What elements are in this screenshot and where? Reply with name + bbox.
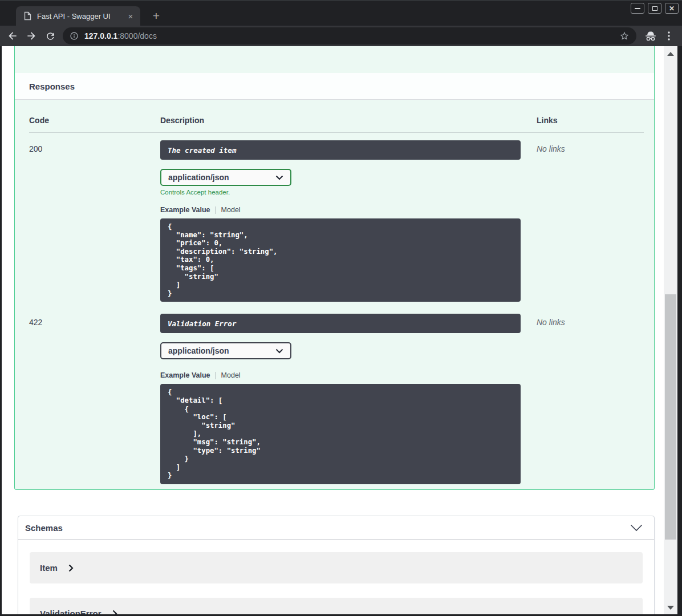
browser-menu-icon[interactable]: [664, 30, 674, 42]
tab-example-value[interactable]: Example Value: [160, 206, 210, 214]
chevron-right-icon: [68, 564, 74, 572]
col-header-links: Links: [537, 116, 644, 125]
response-description-text: The created item: [168, 146, 236, 155]
url-bar[interactable]: 127.0.0.1:8000/docs: [63, 27, 636, 44]
response-description-cell: Validation Error application/json Exampl…: [160, 314, 537, 484]
tab-close-icon[interactable]: ×: [125, 11, 136, 21]
response-code: 422: [29, 314, 160, 484]
scrollbar-thumb[interactable]: [665, 294, 676, 540]
media-type-select[interactable]: application/json: [160, 342, 291, 359]
media-type-value: application/json: [168, 173, 229, 182]
tab-model[interactable]: Model: [221, 206, 241, 214]
tab-example-value[interactable]: Example Value: [160, 371, 210, 379]
page-scrollbar[interactable]: [664, 46, 677, 614]
url-path: :8000/docs: [117, 31, 157, 40]
tab-title: Fast API - Swagger UI: [37, 12, 125, 21]
schema-name: Item: [40, 563, 58, 573]
responses-table: Code Description Links 200 The created i…: [15, 100, 654, 484]
schema-validationerror-card[interactable]: ValidationError: [30, 598, 643, 614]
back-button[interactable]: [6, 30, 19, 42]
incognito-icon: [644, 29, 657, 43]
minimize-button[interactable]: [631, 3, 644, 14]
bookmark-star-icon[interactable]: [619, 31, 630, 41]
chevron-down-icon[interactable]: [630, 524, 643, 532]
maximize-button[interactable]: [648, 3, 661, 14]
scroll-up-arrow-icon[interactable]: [667, 52, 674, 56]
browser-titlebar: Fast API - Swagger UI × + ✕: [0, 1, 682, 26]
swagger-content: Responses Code Description Links 200 The…: [2, 46, 664, 614]
response-links: No links: [537, 140, 644, 302]
close-button[interactable]: ✕: [665, 3, 679, 14]
schema-name: ValidationError: [40, 609, 102, 614]
schema-item-card[interactable]: Item: [30, 552, 643, 583]
responses-title: Responses: [29, 82, 75, 91]
url-host: 127.0.0.1: [84, 31, 117, 40]
opblock-responses-panel: Responses Code Description Links 200 The…: [14, 46, 655, 490]
response-description-box: The created item: [160, 140, 521, 160]
response-row-200: 200 The created item application/json C: [29, 133, 644, 302]
response-row-422: 422 Validation Error application/json: [29, 306, 644, 484]
example-model-tabs: Example Value Model: [160, 371, 537, 379]
response-description-box: Validation Error: [160, 314, 521, 333]
response-code: 200: [29, 140, 160, 302]
browser-tab[interactable]: Fast API - Swagger UI ×: [16, 6, 140, 26]
minimize-icon: [635, 8, 640, 9]
responses-section-header: Responses: [15, 73, 654, 100]
maximize-icon: [652, 6, 657, 11]
response-description-text: Validation Error: [168, 319, 236, 328]
example-json-block: { "detail": [ { "loc": [ "string" ], "ms…: [160, 384, 521, 484]
page-viewport: Responses Code Description Links 200 The…: [2, 46, 677, 614]
scroll-down-arrow-icon[interactable]: [667, 606, 674, 610]
forward-button[interactable]: [25, 30, 38, 42]
reload-button[interactable]: [44, 30, 56, 42]
browser-toolbar: 127.0.0.1:8000/docs: [0, 26, 682, 46]
example-model-tabs: Example Value Model: [160, 206, 537, 214]
close-icon: ✕: [669, 5, 675, 12]
media-type-row: application/json Controls Accept header.: [160, 169, 537, 196]
response-links: No links: [537, 314, 644, 484]
window-controls: ✕: [631, 3, 679, 14]
media-type-value: application/json: [168, 346, 229, 355]
opblock-spacer: [15, 46, 654, 73]
forward-arrow-icon: [26, 30, 37, 42]
example-json-block: { "name": "string", "price": 0, "descrip…: [160, 218, 521, 302]
tab-divider: [216, 372, 216, 379]
col-header-description: Description: [160, 116, 537, 125]
new-tab-button[interactable]: +: [148, 8, 164, 24]
schemas-section: Schemas Item ValidationError: [18, 516, 655, 614]
page-favicon-icon: [24, 11, 31, 21]
schemas-header[interactable]: Schemas: [18, 516, 654, 540]
chevron-right-icon: [112, 610, 117, 615]
chevron-down-icon: [275, 348, 283, 354]
site-info-icon[interactable]: [70, 31, 79, 40]
tab-model[interactable]: Model: [221, 371, 241, 379]
schemas-body: Item ValidationError: [18, 540, 654, 614]
chevron-down-icon: [275, 175, 283, 180]
col-header-code: Code: [29, 116, 160, 125]
schemas-title: Schemas: [25, 523, 63, 533]
responses-table-header: Code Description Links: [29, 116, 644, 133]
tab-divider: [216, 206, 216, 214]
reload-icon: [45, 31, 56, 42]
browser-window: Fast API - Swagger UI × + ✕ 127.0.0.1:80…: [0, 0, 682, 616]
response-description-cell: The created item application/json Contro…: [160, 140, 537, 302]
back-arrow-icon: [7, 30, 18, 42]
media-type-row: application/json: [160, 342, 537, 359]
media-type-select[interactable]: application/json: [160, 169, 291, 186]
accept-header-note: Controls Accept header.: [160, 189, 537, 196]
